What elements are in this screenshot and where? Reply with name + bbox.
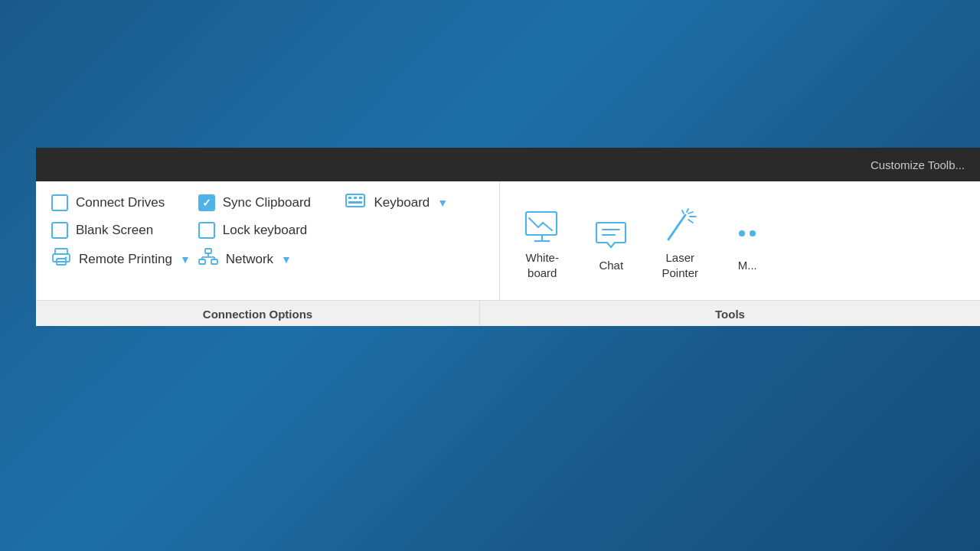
more-icon: [728, 217, 766, 255]
sync-clipboard-option[interactable]: Sync Clipboard: [198, 192, 338, 213]
svg-rect-0: [346, 194, 364, 207]
more-label: M...: [738, 258, 757, 273]
sync-clipboard-checkbox[interactable]: [198, 194, 215, 211]
tools-section: White-board Chat: [500, 181, 980, 300]
network-label: Network: [226, 252, 273, 267]
svg-line-28: [682, 210, 684, 214]
blank-screen-option[interactable]: Blank Screen: [51, 222, 191, 239]
svg-line-27: [688, 220, 693, 223]
svg-point-8: [65, 257, 67, 259]
svg-rect-5: [55, 249, 67, 254]
bottom-labels: Connection Options Tools: [36, 300, 980, 326]
blank-screen-checkbox[interactable]: [51, 222, 68, 239]
svg-line-24: [668, 215, 685, 240]
svg-rect-6: [53, 254, 70, 262]
options-grid: Connect Drives Sync Clipboard: [51, 192, 484, 300]
keyboard-label: Keyboard: [374, 195, 430, 210]
svg-line-25: [688, 212, 693, 214]
laser-pointer-tool[interactable]: LaserPointer: [645, 201, 714, 288]
svg-rect-3: [359, 197, 362, 199]
laser-pointer-icon: [661, 209, 699, 247]
remote-printing-label: Remote Printing: [79, 252, 172, 267]
keyboard-dropdown-arrow: ▼: [437, 197, 448, 209]
toolbar-container: Customize Toolb... Connect Drives Sync C…: [36, 148, 980, 326]
connection-options-section: Connect Drives Sync Clipboard: [36, 181, 500, 300]
svg-line-20: [538, 223, 543, 227]
connect-drives-label: Connect Drives: [76, 195, 165, 210]
connection-options-label: Connection Options: [36, 301, 480, 326]
connect-drives-checkbox[interactable]: [51, 194, 68, 211]
whiteboard-icon: [523, 209, 561, 247]
whiteboard-label: White-board: [526, 250, 559, 280]
svg-line-29: [687, 209, 688, 212]
svg-rect-4: [348, 201, 362, 204]
keyboard-icon: [345, 192, 365, 213]
lock-keyboard-option[interactable]: Lock keyboard: [198, 222, 338, 239]
toolbar-header: Customize Toolb...: [36, 148, 980, 181]
chat-icon: [592, 217, 630, 255]
printer-icon: [51, 248, 71, 270]
svg-rect-9: [205, 249, 211, 253]
laser-pointer-label: LaserPointer: [662, 250, 698, 280]
chat-label: Chat: [599, 258, 623, 273]
svg-point-31: [750, 230, 756, 236]
svg-rect-10: [199, 259, 205, 264]
toolbar-body: Connect Drives Sync Clipboard: [36, 181, 980, 300]
more-tool[interactable]: M...: [714, 209, 769, 281]
network-dropdown-arrow: ▼: [281, 253, 292, 266]
sync-clipboard-label: Sync Clipboard: [223, 195, 311, 210]
blank-screen-label: Blank Screen: [76, 223, 153, 238]
chat-tool[interactable]: Chat: [577, 209, 645, 281]
svg-line-19: [529, 218, 538, 227]
lock-keyboard-checkbox[interactable]: [198, 222, 215, 239]
svg-rect-2: [354, 197, 357, 199]
keyboard-option[interactable]: Keyboard ▼: [345, 192, 485, 213]
customize-toolbar-label: Customize Toolb...: [871, 158, 965, 171]
network-option[interactable]: Network ▼: [198, 248, 338, 270]
tools-body: White-board Chat: [500, 181, 980, 300]
svg-line-21: [543, 223, 552, 230]
lock-keyboard-label: Lock keyboard: [223, 223, 308, 238]
tools-label: Tools: [480, 301, 980, 326]
svg-rect-11: [211, 259, 217, 264]
svg-rect-1: [348, 197, 351, 199]
connect-drives-option[interactable]: Connect Drives: [51, 192, 191, 213]
svg-point-30: [739, 230, 745, 236]
remote-printing-dropdown-arrow: ▼: [180, 253, 191, 266]
remote-printing-option[interactable]: Remote Printing ▼: [51, 248, 191, 270]
network-icon: [198, 248, 218, 270]
whiteboard-tool[interactable]: White-board: [508, 201, 577, 288]
